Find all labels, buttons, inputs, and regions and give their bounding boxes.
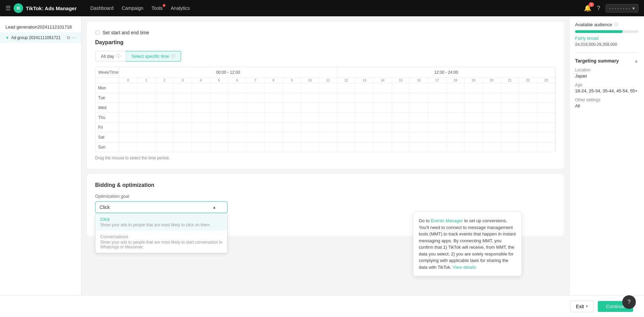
- audience-bar: [575, 30, 639, 33]
- notifications-icon[interactable]: 🔔 2: [584, 4, 591, 12]
- cell-mon-16[interactable]: [410, 83, 428, 93]
- nav-analytics[interactable]: Analytics: [171, 5, 190, 11]
- sidebar-campaign-name: Lead generation20241112101718: [0, 22, 81, 32]
- help-icon[interactable]: ?: [597, 5, 600, 12]
- dayparting-tabs: All day ⓘ Select specific time ⓘ: [95, 51, 556, 61]
- audience-bar-fill: [575, 30, 623, 33]
- exit-chevron-icon: ▾: [586, 304, 588, 309]
- goal-selected-value: Click: [100, 205, 110, 210]
- sidebar-adgroup[interactable]: ▼ Ad group 20241111061721 ⧉ ⋯: [0, 32, 81, 43]
- targeting-location-val: Japan: [575, 73, 639, 78]
- sidebar: Lead generation20241112101718 ▼ Ad group…: [0, 16, 82, 317]
- goal-dropdown: Click Show your ads to people that are m…: [95, 213, 228, 253]
- day-wed: Wed: [95, 103, 119, 112]
- cell-mon-20[interactable]: [483, 83, 501, 93]
- cell-mon-13[interactable]: [356, 83, 374, 93]
- topnav: ☰ R TikTok: Ads Manager Dashboard Campai…: [0, 0, 644, 16]
- hour-1: 1: [138, 78, 156, 83]
- day-fri: Fri: [95, 123, 119, 132]
- dropdown-item-conversations[interactable]: Conversations Show your ads to people th…: [95, 231, 227, 253]
- day-sun: Sun: [95, 142, 119, 152]
- cell-mon-21[interactable]: [501, 83, 519, 93]
- hour-label-empty: [95, 78, 119, 83]
- cell-mon-17[interactable]: [428, 83, 447, 93]
- dayparting-section: Set start and end time Dayparting All da…: [87, 22, 564, 169]
- hour-19: 19: [465, 78, 483, 83]
- set-time-label: Set start and end time: [103, 30, 149, 35]
- cell-mon-23[interactable]: [537, 83, 556, 93]
- calendar-header: Week/Time 00:00 - 12:00 12:00 - 24:00: [95, 67, 555, 78]
- cell-mon-1[interactable]: [138, 83, 156, 93]
- sidebar-adgroup-label: Ad group 20241111061721: [11, 35, 65, 40]
- cell-mon-7[interactable]: [247, 83, 265, 93]
- cell-mon-12[interactable]: [337, 83, 356, 93]
- cell-mon-18[interactable]: [446, 83, 465, 93]
- tab-allday[interactable]: All day ⓘ: [95, 51, 126, 61]
- hour-5: 5: [210, 78, 229, 83]
- week-time-label: Week/Time: [95, 67, 119, 77]
- bottom-bar: Exit ▾ Continue: [0, 295, 644, 317]
- audience-info-icon[interactable]: ⓘ: [614, 22, 618, 28]
- select-chevron-icon: ▲: [212, 205, 216, 210]
- topnav-right: 🔔 2 ? - - - - - - - - ▾: [584, 4, 639, 13]
- specific-info-icon[interactable]: ⓘ: [171, 53, 175, 59]
- tooltip-popup: Go to Events Manager to set up conversio…: [413, 212, 522, 276]
- cell-mon-0[interactable]: [119, 83, 138, 93]
- dropdown-click-title: Click: [100, 217, 222, 222]
- targeting-location-key: Location: [575, 68, 639, 72]
- cell-mon-22[interactable]: [519, 83, 537, 93]
- dropdown-conv-title: Conversations: [100, 234, 222, 239]
- cell-mon-2[interactable]: [156, 83, 174, 93]
- hour-numbers-row: 0 1 2 3 4 5 6 7 8 9 10 11 12 13 14 15 16: [95, 78, 555, 83]
- row-thu: Thu: [95, 113, 555, 123]
- goal-label: Optimization goal: [95, 194, 556, 199]
- allday-info-icon[interactable]: ⓘ: [116, 53, 120, 59]
- day-tue: Tue: [95, 93, 119, 103]
- goal-select[interactable]: Click ▲: [95, 201, 228, 213]
- hour-23: 23: [537, 78, 556, 83]
- hamburger-icon[interactable]: ☰: [5, 4, 11, 12]
- hour-9: 9: [283, 78, 301, 83]
- day-thu: Thu: [95, 113, 119, 122]
- nav-dashboard[interactable]: Dashboard: [90, 5, 114, 11]
- nav-tools[interactable]: Tools: [151, 5, 163, 11]
- cell-mon-8[interactable]: [265, 83, 283, 93]
- cell-mon-6[interactable]: [228, 83, 247, 93]
- hour-17: 17: [428, 78, 447, 83]
- exit-button[interactable]: Exit ▾: [570, 301, 594, 312]
- events-manager-link[interactable]: Events Manager: [431, 218, 463, 223]
- cell-mon-11[interactable]: [319, 83, 338, 93]
- copy-icon[interactable]: ⧉: [67, 35, 70, 40]
- hour-12: 12: [337, 78, 356, 83]
- cell-mon-4[interactable]: [192, 83, 210, 93]
- hour-13: 13: [356, 78, 374, 83]
- row-fri: Fri: [95, 123, 555, 133]
- view-details-link[interactable]: View details: [453, 265, 476, 270]
- cell-mon-9[interactable]: [283, 83, 301, 93]
- cell-mon-14[interactable]: [374, 83, 392, 93]
- account-selector[interactable]: - - - - - - - - ▾: [606, 4, 639, 13]
- nav-campaign[interactable]: Campaign: [122, 5, 143, 11]
- targeting-other-val: All: [575, 103, 639, 108]
- hour-0: 0: [119, 78, 138, 83]
- hour-2: 2: [156, 78, 174, 83]
- cell-mon-19[interactable]: [465, 83, 483, 93]
- tab-specific-time[interactable]: Select specific time ⓘ: [126, 51, 181, 61]
- adgroup-actions[interactable]: ⧉ ⋯: [67, 35, 76, 40]
- hour-22: 22: [519, 78, 537, 83]
- row-wed: Wed: [95, 103, 555, 113]
- set-time-radio[interactable]: [95, 30, 100, 35]
- cell-mon-15[interactable]: [392, 83, 410, 93]
- cell-mon-5[interactable]: [210, 83, 229, 93]
- dayparting-calendar: Week/Time 00:00 - 12:00 12:00 - 24:00 0 …: [95, 67, 556, 152]
- targeting-collapse-icon[interactable]: ▲: [634, 58, 639, 64]
- topnav-links: Dashboard Campaign Tools Analytics: [90, 5, 190, 11]
- row-mon: Mon: [95, 83, 555, 93]
- targeting-location: Location Japan: [575, 68, 639, 78]
- cell-mon-3[interactable]: [174, 83, 192, 93]
- dropdown-item-click[interactable]: Click Show your ads to people that are m…: [95, 213, 227, 231]
- help-bubble[interactable]: ?: [622, 295, 636, 309]
- brand-name: TikTok: Ads Manager: [26, 5, 77, 11]
- cell-mon-10[interactable]: [301, 83, 319, 93]
- more-icon[interactable]: ⋯: [71, 35, 76, 40]
